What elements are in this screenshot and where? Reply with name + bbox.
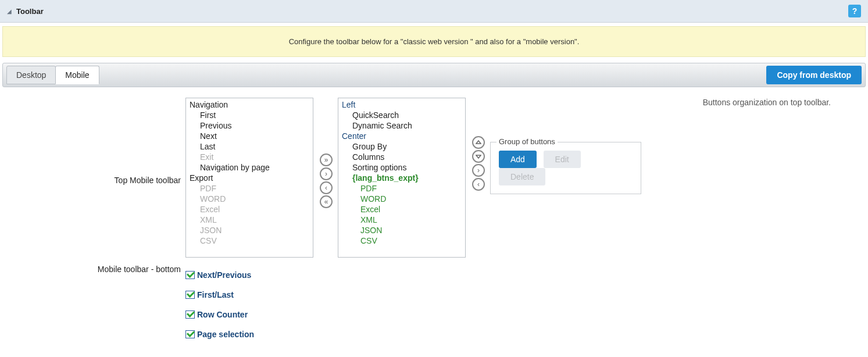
item-last[interactable]: Last [186,141,313,152]
item-first[interactable]: First [186,110,313,120]
checkbox-icon[interactable] [185,310,195,319]
sel-groupby[interactable]: Group By [338,141,465,152]
item-next[interactable]: Next [186,131,313,141]
tab-mobile[interactable]: Mobile [55,66,99,84]
add-button[interactable]: Add [499,151,537,168]
panel-title: Toolbar [16,7,44,16]
top-mobile-label: Top Mobile toolbar [12,94,183,261]
bottom-checks: Next/Previous First/Last Row Counter Pag… [185,270,854,339]
item-word[interactable]: WORD [186,194,313,204]
content-area: Top Mobile toolbar Navigation First Prev… [0,87,868,357]
item-json[interactable]: JSON [186,225,313,235]
sel-sorting[interactable]: Sorting options [338,162,465,173]
checkbox-icon[interactable] [185,291,195,299]
panel-header: ◢ Toolbar ? [0,0,868,23]
item-exit[interactable]: Exit [186,152,313,162]
copy-from-desktop-button[interactable]: Copy from desktop [766,66,862,84]
sel-dynsearch[interactable]: Dynamic Search [338,120,465,131]
checkbox-icon[interactable] [185,271,195,279]
check-pagesel[interactable]: Page selection [185,330,854,339]
tab-desktop[interactable]: Desktop [6,66,56,84]
bottom-mobile-label: Mobile toolbar - bottom [12,261,183,353]
move-top-button[interactable] [472,136,485,149]
sel-langexpt[interactable]: {lang_btns_expt} [338,173,465,183]
delete-button: Delete [499,168,545,185]
sel-quicksearch[interactable]: QuickSearch [338,110,465,120]
edit-button: Edit [544,151,581,168]
move-right2-button[interactable]: › [472,164,485,177]
move-down-button[interactable] [472,150,485,163]
notice-banner: Configure the toolbar below for a "class… [2,26,866,57]
group-navigation[interactable]: Navigation [186,99,313,110]
group-of-buttons-fieldset: Group of buttons Add Edit Delete [490,142,641,194]
sel-columns[interactable]: Columns [338,152,465,162]
item-navpage[interactable]: Navigation by page [186,162,313,173]
sel-json[interactable]: JSON [338,225,465,235]
move-right-button[interactable]: › [320,167,333,180]
check-rowcounter[interactable]: Row Counter [185,310,854,319]
sel-csv[interactable]: CSV [338,235,465,246]
sel-excel[interactable]: Excel [338,204,465,215]
move-all-right-button[interactable]: » [320,153,333,166]
move-left2-button[interactable]: ‹ [472,178,485,191]
fieldset-legend: Group of buttons [496,137,558,146]
check-nextprev[interactable]: Next/Previous [185,270,854,280]
available-listbox[interactable]: Navigation First Previous Next Last Exit… [185,98,313,258]
sel-word[interactable]: WORD [338,194,465,204]
item-previous[interactable]: Previous [186,120,313,131]
section-left[interactable]: Left [338,99,465,110]
sel-xml[interactable]: XML [338,215,465,225]
move-left-button[interactable]: ‹ [320,181,333,194]
move-all-left-button[interactable]: « [320,195,333,208]
item-csv[interactable]: CSV [186,235,313,246]
section-center[interactable]: Center [338,131,465,141]
group-export[interactable]: Export [186,173,313,183]
item-excel[interactable]: Excel [186,204,313,215]
selected-listbox[interactable]: Left QuickSearch Dynamic Search Center G… [338,98,466,258]
tabs-bar: Desktop Mobile Copy from desktop [2,63,866,87]
right-pane-title: Buttons organization on top toolbar. [490,98,854,107]
sel-pdf[interactable]: PDF [338,183,465,194]
check-firstlast[interactable]: First/Last [185,290,854,299]
checkbox-icon[interactable] [185,330,195,338]
item-pdf[interactable]: PDF [186,183,313,194]
item-xml[interactable]: XML [186,215,313,225]
collapse-icon[interactable]: ◢ [7,8,12,15]
help-button[interactable]: ? [848,5,861,17]
